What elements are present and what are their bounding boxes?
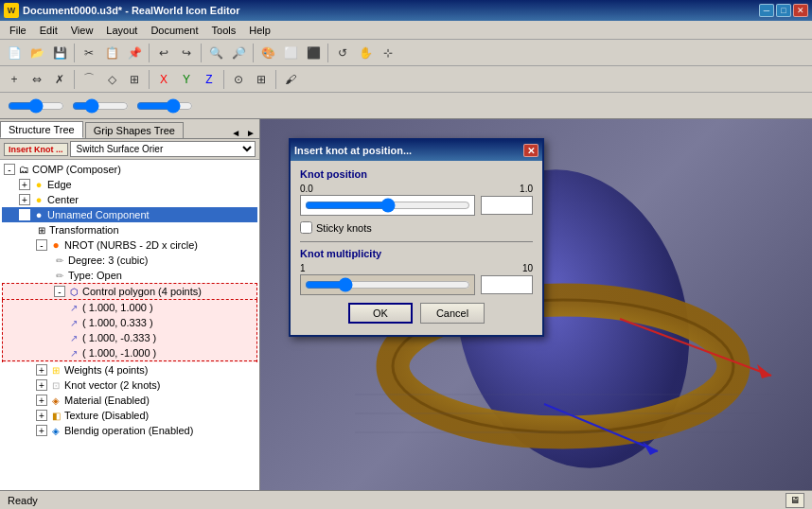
tree-node-nrot[interactable]: - ● NROT (NURBS - 2D x circle) (2, 237, 257, 253)
insert-knot-dialog[interactable]: Insert knot at position... ✕ Knot positi… (289, 138, 544, 337)
knot-position-input[interactable]: 0.500 (481, 196, 533, 215)
tree-node-control-polygon[interactable]: - ⬡ Control polygon (4 points) (2, 283, 257, 300)
slider-3[interactable] (136, 100, 193, 112)
label-type: Type: Open (68, 270, 122, 281)
zoom-out-button[interactable]: 🔎 (228, 43, 249, 63)
toolbar-1: 📄 📂 💾 ✂ 📋 📌 ↩ ↪ 🔍 🔎 🎨 ⬜ ⬛ ↺ ✋ ⊹ (0, 40, 812, 66)
axis-y-button[interactable]: Y (176, 69, 197, 90)
label-comp: COMP (Composer) (32, 164, 121, 175)
tree-node-degree[interactable]: ✏ Degree: 3 (cubic) (2, 253, 257, 268)
render-button[interactable]: 🎨 (257, 43, 278, 63)
main-layout: Structure Tree Grip Shapes Tree ◄ ► Inse… (0, 119, 812, 490)
app-icon: W (4, 3, 19, 18)
tree-node-edge[interactable]: + ● Edge (2, 177, 257, 192)
slider-2[interactable] (72, 100, 129, 112)
tab-grip-shapes-tree[interactable]: Grip Shapes Tree (85, 122, 184, 138)
close-button[interactable]: ✕ (793, 4, 808, 17)
insert-knot-button[interactable]: Insert Knot ... (4, 143, 68, 156)
icon-type: ✏ (53, 269, 66, 282)
knot-position-slider[interactable] (305, 198, 470, 213)
viewport-bg: Insert knot at position... ✕ Knot positi… (260, 119, 812, 490)
save-button[interactable]: 💾 (49, 43, 70, 63)
select-button[interactable]: ⊹ (378, 43, 398, 63)
redo-button[interactable]: ↪ (176, 43, 197, 63)
menu-tools[interactable]: Tools (206, 23, 242, 38)
pan-button[interactable]: ✋ (355, 43, 376, 63)
menu-document[interactable]: Document (145, 23, 203, 38)
left-panel: Structure Tree Grip Shapes Tree ◄ ► Inse… (0, 119, 260, 490)
toggle-center[interactable]: + (19, 194, 30, 205)
tree-node-texture[interactable]: + ◧ Texture (Disabled) (2, 408, 257, 423)
menu-layout[interactable]: Layout (100, 23, 143, 38)
toggle-nrot[interactable]: - (36, 239, 47, 251)
paste-button[interactable]: 📌 (124, 43, 145, 63)
knot-position-label: Knot position (300, 168, 533, 180)
dialog-close-button[interactable]: ✕ (523, 144, 538, 157)
toggle-control-polygon[interactable]: - (54, 286, 65, 297)
rotate-button[interactable]: ↺ (332, 43, 353, 63)
curve-button[interactable]: ⌒ (79, 69, 99, 90)
tree-node-pt3[interactable]: ↗ ( 1.000, -0.333 ) (3, 330, 256, 345)
maximize-button[interactable]: □ (776, 4, 791, 17)
cut-button[interactable]: ✂ (79, 43, 99, 63)
toggle-knot-vector[interactable]: + (36, 379, 47, 391)
menu-help[interactable]: Help (243, 23, 276, 38)
move-button[interactable]: ⇔ (26, 69, 47, 90)
tree-node-center[interactable]: + ● Center (2, 192, 257, 207)
toggle-texture[interactable]: + (36, 410, 47, 421)
toggle-comp[interactable]: - (4, 164, 15, 175)
add-point-button[interactable]: + (4, 69, 25, 90)
knot-multiplicity-input[interactable]: 3 (481, 275, 533, 294)
open-button[interactable]: 📂 (26, 43, 47, 63)
tree-node-pt1[interactable]: ↗ ( 1.000, 1.000 ) (3, 300, 256, 315)
tab-arrow-right[interactable]: ► (244, 128, 257, 138)
tree-node-weights[interactable]: + ⊞ Weights (4 points) (2, 362, 257, 377)
tree-node-transformation[interactable]: ⊞ Transformation (2, 222, 257, 237)
label-pt4: ( 1.000, -1.000 ) (82, 347, 156, 359)
tree-node-pt4[interactable]: ↗ ( 1.000, -1.000 ) (3, 345, 256, 361)
paint-button[interactable]: 🖌 (280, 69, 301, 90)
tree-node-pt2[interactable]: ↗ ( 1.000, 0.333 ) (3, 315, 256, 330)
toggle-edge[interactable]: + (19, 179, 30, 190)
tree-container[interactable]: - 🗂 COMP (Composer) + ● Edge + ● Center … (0, 160, 259, 490)
tree-node-blending[interactable]: + ◈ Blendig operation (Enabled) (2, 423, 257, 438)
grid-button[interactable]: ⊞ (251, 69, 272, 90)
tree-node-unnamed[interactable]: - ● Unnamed Component (2, 207, 257, 222)
undo-button[interactable]: ↩ (153, 43, 174, 63)
axis-x-button[interactable]: X (153, 69, 174, 90)
solid-button[interactable]: ⬛ (303, 43, 324, 63)
axis-z-button[interactable]: Z (199, 69, 220, 90)
delete-button[interactable]: ✗ (49, 69, 70, 90)
menu-edit[interactable]: Edit (34, 23, 63, 38)
mesh-button[interactable]: ⊞ (124, 69, 145, 90)
toggle-unnamed[interactable]: - (19, 209, 30, 220)
cancel-button[interactable]: Cancel (420, 303, 485, 324)
tree-node-knot-vector[interactable]: + ⊡ Knot vector (2 knots) (2, 377, 257, 393)
toggle-blending[interactable]: + (36, 425, 47, 436)
new-button[interactable]: 📄 (4, 43, 25, 63)
slider-1[interactable] (8, 100, 64, 112)
copy-button[interactable]: 📋 (101, 43, 122, 63)
tree-node-material[interactable]: + ◈ Material (Enabled) (2, 393, 257, 408)
label-knot-vector: Knot vector (2 knots) (64, 379, 161, 391)
tab-arrow-left[interactable]: ◄ (229, 128, 242, 138)
viewport[interactable]: Insert knot at position... ✕ Knot positi… (260, 119, 812, 490)
minimize-button[interactable]: ─ (759, 4, 774, 17)
ok-button[interactable]: OK (348, 303, 413, 324)
switch-surface-dropdown[interactable]: Switch Surface Orier (70, 141, 256, 157)
icon-center: ● (32, 193, 45, 206)
toggle-weights[interactable]: + (36, 364, 47, 376)
wire-button[interactable]: ⬜ (280, 43, 301, 63)
sticky-knots-checkbox[interactable] (300, 221, 312, 234)
tree-node-type[interactable]: ✏ Type: Open (2, 268, 257, 283)
tree-node-comp[interactable]: - 🗂 COMP (Composer) (2, 162, 257, 177)
menu-file[interactable]: File (4, 23, 32, 38)
tab-structure-tree[interactable]: Structure Tree (0, 121, 83, 138)
knot-position-slider-wrapper (300, 195, 475, 216)
toggle-material[interactable]: + (36, 395, 47, 406)
knot-multiplicity-slider[interactable] (305, 277, 470, 292)
surface-button[interactable]: ◇ (101, 69, 122, 90)
snap-button[interactable]: ⊙ (228, 69, 249, 90)
menu-view[interactable]: View (65, 23, 99, 38)
zoom-in-button[interactable]: 🔍 (205, 43, 226, 63)
